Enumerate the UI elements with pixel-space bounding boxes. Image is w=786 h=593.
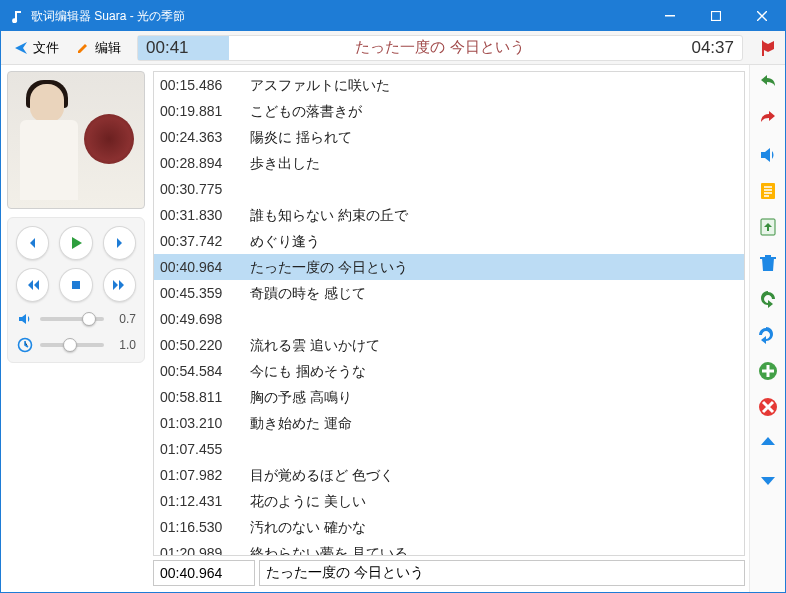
volume-icon <box>16 310 34 328</box>
menu-file[interactable]: 文件 <box>7 37 65 59</box>
trash-icon[interactable] <box>756 251 780 275</box>
lyric-timestamp: 01:07.455 <box>160 438 250 460</box>
total-time: 04:37 <box>691 38 742 58</box>
lyric-text: 花のように 美しい <box>250 490 738 512</box>
lyric-row[interactable]: 00:31.830誰も知らない 約束の丘で <box>154 202 744 228</box>
lyric-row[interactable]: 00:24.363陽炎に 揺られて <box>154 124 744 150</box>
speed-slider[interactable]: 1.0 <box>16 336 136 354</box>
lyric-row[interactable]: 01:07.982目が覚めるほど 色づく <box>154 462 744 488</box>
move-down-icon[interactable] <box>756 467 780 491</box>
svg-rect-0 <box>665 15 675 17</box>
lyric-row[interactable]: 00:54.584今にも 掴めそうな <box>154 358 744 384</box>
lyric-text: めぐり逢う <box>250 230 738 252</box>
lyric-timestamp: 00:58.811 <box>160 386 250 408</box>
right-toolbar <box>749 65 785 592</box>
lyric-list[interactable]: 00:15.486アスファルトに咲いた00:19.881こどもの落書きが00:2… <box>153 71 745 556</box>
lyric-timestamp: 01:12.431 <box>160 490 250 512</box>
lyric-text-input[interactable] <box>259 560 745 586</box>
lyric-text: アスファルトに咲いた <box>250 74 738 96</box>
speed-value: 1.0 <box>110 338 136 352</box>
play-button[interactable] <box>59 226 92 260</box>
pencil-icon <box>75 40 91 56</box>
next-button[interactable] <box>103 226 136 260</box>
import-icon[interactable] <box>756 215 780 239</box>
transport-controls: 0.7 1.0 <box>7 217 145 363</box>
lyric-row[interactable]: 01:03.210動き始めた 運命 <box>154 410 744 436</box>
minimize-button[interactable] <box>647 1 693 31</box>
prev-button[interactable] <box>16 226 49 260</box>
lyric-row[interactable]: 00:40.964たった一度の 今日という <box>154 254 744 280</box>
audio-icon[interactable] <box>756 143 780 167</box>
lyric-timestamp: 00:40.964 <box>160 256 250 278</box>
lyric-text <box>250 308 738 330</box>
add-icon[interactable] <box>756 359 780 383</box>
lyric-row[interactable]: 00:45.359奇蹟の時を 感じて <box>154 280 744 306</box>
edit-row <box>153 560 745 586</box>
rewind-button[interactable] <box>16 268 49 302</box>
progress-bar[interactable]: 00:41 たった一度の 今日という 04:37 <box>137 35 743 61</box>
undo-green-icon[interactable] <box>756 287 780 311</box>
lyric-row[interactable]: 00:50.220流れる雲 追いかけて <box>154 332 744 358</box>
lyric-text: 今にも 掴めそうな <box>250 360 738 382</box>
maximize-button[interactable] <box>693 1 739 31</box>
lyric-timestamp: 01:16.530 <box>160 516 250 538</box>
volume-slider[interactable]: 0.7 <box>16 310 136 328</box>
lyric-timestamp: 01:03.210 <box>160 412 250 434</box>
timestamp-input[interactable] <box>153 560 255 586</box>
lyric-timestamp: 01:20.989 <box>160 542 250 556</box>
lyric-text: 動き始めた 運命 <box>250 412 738 434</box>
clock-icon <box>16 336 34 354</box>
center-panel: 00:15.486アスファルトに咲いた00:19.881こどもの落書きが00:2… <box>151 65 749 592</box>
body: 0.7 1.0 00:15.486アスファルトに咲いた00:19.881こどもの… <box>1 65 785 592</box>
document-icon[interactable] <box>756 179 780 203</box>
lyric-timestamp: 00:37.742 <box>160 230 250 252</box>
volume-value: 0.7 <box>110 312 136 326</box>
lyric-row[interactable]: 00:49.698 <box>154 306 744 332</box>
flag-icon[interactable] <box>757 37 779 59</box>
lyric-row[interactable]: 01:20.989終わらない夢を 見ている <box>154 540 744 556</box>
lyric-row[interactable]: 01:07.455 <box>154 436 744 462</box>
lyric-timestamp: 00:30.775 <box>160 178 250 200</box>
undo-icon[interactable] <box>756 71 780 95</box>
lyric-text: 終わらない夢を 見ている <box>250 542 738 556</box>
remove-icon[interactable] <box>756 395 780 419</box>
stop-button[interactable] <box>59 268 92 302</box>
lyric-row[interactable]: 01:16.530汚れのない 確かな <box>154 514 744 540</box>
lyric-timestamp: 00:50.220 <box>160 334 250 356</box>
titlebar: 歌词编辑器 Suara - 光の季節 <box>1 1 785 31</box>
close-button[interactable] <box>739 1 785 31</box>
album-art <box>7 71 145 209</box>
left-panel: 0.7 1.0 <box>1 65 151 592</box>
app-window: 歌词编辑器 Suara - 光の季節 文件 编辑 00:41 たった一度の 今日… <box>0 0 786 593</box>
lyric-timestamp: 00:31.830 <box>160 204 250 226</box>
svg-rect-1 <box>712 12 721 21</box>
lyric-row[interactable]: 00:19.881こどもの落書きが <box>154 98 744 124</box>
lyric-timestamp: 00:49.698 <box>160 308 250 330</box>
lyric-row[interactable]: 00:28.894歩き出した <box>154 150 744 176</box>
lyric-row[interactable]: 00:15.486アスファルトに咲いた <box>154 72 744 98</box>
move-up-icon[interactable] <box>756 431 780 455</box>
lyric-row[interactable]: 00:58.811胸の予感 高鳴り <box>154 384 744 410</box>
lyric-text: こどもの落書きが <box>250 100 738 122</box>
redo-icon[interactable] <box>756 107 780 131</box>
menu-edit[interactable]: 编辑 <box>69 37 127 59</box>
lyric-timestamp: 00:54.584 <box>160 360 250 382</box>
menu-file-label: 文件 <box>33 39 59 57</box>
lyric-row[interactable]: 01:12.431花のように 美しい <box>154 488 744 514</box>
lyric-timestamp: 00:45.359 <box>160 282 250 304</box>
lyric-text: 目が覚めるほど 色づく <box>250 464 738 486</box>
lyric-row[interactable]: 00:30.775 <box>154 176 744 202</box>
lyric-text <box>250 178 738 200</box>
redo-blue-icon[interactable] <box>756 323 780 347</box>
lyric-text: 胸の予感 高鳴り <box>250 386 738 408</box>
lyric-row[interactable]: 00:37.742めぐり逢う <box>154 228 744 254</box>
lyric-timestamp: 00:19.881 <box>160 100 250 122</box>
current-time: 00:41 <box>138 38 189 58</box>
menu-edit-label: 编辑 <box>95 39 121 57</box>
lyric-text: 汚れのない 確かな <box>250 516 738 538</box>
forward-button[interactable] <box>103 268 136 302</box>
lyric-timestamp: 01:07.982 <box>160 464 250 486</box>
lyric-text <box>250 438 738 460</box>
svg-rect-2 <box>72 281 80 289</box>
current-lyric: たった一度の 今日という <box>355 38 524 57</box>
